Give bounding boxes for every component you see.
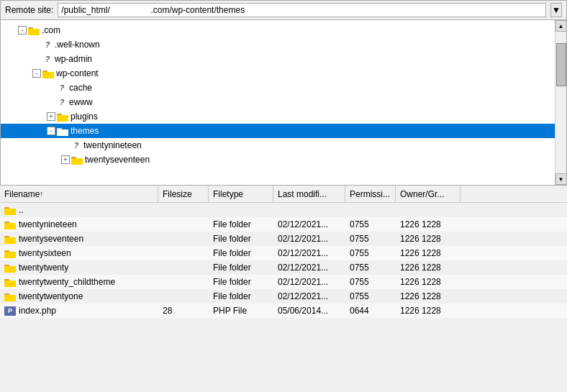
cell-text: 1226 1228 [400,306,441,316]
cell-text: 1226 1228 [400,277,441,287]
svg-rect-20 [4,223,16,229]
col-header-last_modified[interactable]: Last modifi... [273,186,345,202]
tree-label: wp-admin [55,54,92,64]
scrollbar-thumb[interactable] [556,43,566,86]
file-cell: 1226 1228 [396,275,461,289]
files-list: .. twentynineteenFile folder02/12/2021..… [0,203,567,392]
tree-item-plugins[interactable]: + plugins [1,109,555,124]
php-file-icon: P [4,306,16,316]
tree-expand-placeholder [47,98,55,106]
tree-panel: - .com?.well-known?wp-admin- wp-content?… [0,20,567,186]
tree-expand-twentyseventeen[interactable]: + [61,155,70,164]
file-cell [396,203,461,217]
tree-expand-placeholder [61,141,70,150]
file-row[interactable]: twentyseventeenFile folder02/12/2021...0… [0,232,567,246]
cell-text: File folder [213,263,251,273]
file-cell: 0755 [345,275,396,289]
folder-icon [4,291,16,301]
tree-expand-placeholder [32,55,41,63]
file-cell [273,203,345,217]
cell-text: 05/06/2014... [278,306,328,316]
cell-text: File folder [213,219,251,229]
tree-expand-placeholder [47,83,55,92]
cell-text: twentytwentyone [19,291,83,301]
remote-site-label: Remote site: [5,5,53,15]
file-cell [158,232,209,246]
col-header-filename[interactable]: Filename [0,186,158,202]
file-cell: 1226 1228 [396,260,461,275]
file-cell [158,217,209,232]
file-cell [158,289,209,304]
file-cell: 1226 1228 [396,246,461,260]
folder-icon [28,25,40,35]
svg-rect-29 [4,266,16,273]
tree-expand-wp-content[interactable]: - [32,69,41,78]
tree-label: .com [42,25,60,35]
cell-text: index.php [19,306,56,316]
tree-label: twentynineteen [83,140,142,150]
remote-path-dropdown[interactable]: ▼ [550,3,562,17]
scrollbar-up-button[interactable]: ▲ [555,20,567,32]
folder-icon [42,68,54,78]
tree-item-wp-content[interactable]: - wp-content [1,66,555,81]
file-cell: 02/12/2021... [273,289,345,304]
remote-site-bar: Remote site: ▼ [0,0,567,20]
tree-item-ewww[interactable]: ?ewww [1,95,555,109]
file-cell: File folder [209,246,273,260]
tree-item-well-known[interactable]: ?.well-known [1,37,555,52]
col-header-permissions[interactable]: Permissi... [345,186,396,202]
col-header-filesize[interactable]: Filesize [158,186,209,202]
file-cell: 1226 1228 [396,217,461,232]
file-cell: File folder [209,217,273,232]
question-icon: ? [42,40,53,50]
file-cell: 0755 [345,260,396,275]
file-cell: 05/06/2014... [273,304,345,318]
file-cell: 0755 [345,232,396,246]
svg-rect-35 [4,295,16,301]
tree-label: wp-content [56,68,99,78]
svg-rect-8 [57,115,68,122]
cell-text: 0755 [350,263,369,273]
cell-text: 02/12/2021... [278,277,328,287]
file-row[interactable]: Pindex.php28PHP File05/06/2014...0644122… [0,304,567,318]
file-row[interactable]: twentytwentyFile folder02/12/2021...0755… [0,260,567,275]
tree-item-domain[interactable]: - .com [1,23,555,37]
col-header-owner[interactable]: Owner/Gr... [396,186,461,202]
tree-expand-plugins[interactable]: + [47,112,55,121]
file-cell [158,275,209,289]
file-row[interactable]: .. [0,203,567,217]
cell-text: 1226 1228 [400,263,441,273]
remote-path-input[interactable] [58,3,546,17]
file-cell: 0755 [345,289,396,304]
file-row[interactable]: twentynineteenFile folder02/12/2021...07… [0,217,567,232]
tree-label: cache [69,83,92,93]
cell-text: 0755 [350,234,369,244]
cell-text: 02/12/2021... [278,291,328,301]
file-cell: 1226 1228 [396,232,461,246]
file-cell [209,203,273,217]
scrollbar-down-button[interactable]: ▼ [555,173,567,185]
cell-text: 1226 1228 [400,248,441,258]
tree-item-wp-admin[interactable]: ?wp-admin [1,52,555,66]
folder-icon [4,219,16,229]
col-header-filetype[interactable]: Filetype [209,186,273,202]
question-icon: ? [57,97,67,107]
tree-expand-themes[interactable]: - [47,127,55,135]
tree-expand-domain[interactable]: - [18,26,27,35]
tree-item-cache[interactable]: ?cache [1,81,555,95]
svg-rect-23 [4,237,16,244]
tree-item-themes[interactable]: - themes [1,124,555,138]
file-row[interactable]: twentytwentyoneFile folder02/12/2021...0… [0,289,567,304]
cell-text: 28 [163,306,172,316]
tree-scrollbar[interactable]: ▲ ▼ [555,20,566,185]
file-row[interactable]: twentysixteenFile folder02/12/2021...075… [0,246,567,260]
tree-label: .well-known [55,40,100,50]
file-row[interactable]: twentytwenty_childthemeFile folder02/12/… [0,275,567,289]
cell-text: 02/12/2021... [278,248,328,258]
cell-text: File folder [213,277,251,287]
tree-item-twentyseventeen[interactable]: + twentyseventeen [1,152,555,167]
svg-rect-5 [42,72,54,78]
tree-item-twentynineteen[interactable]: ?twentynineteen [1,138,555,152]
cell-text: 0755 [350,277,369,287]
tree-label: plugins [71,111,98,122]
